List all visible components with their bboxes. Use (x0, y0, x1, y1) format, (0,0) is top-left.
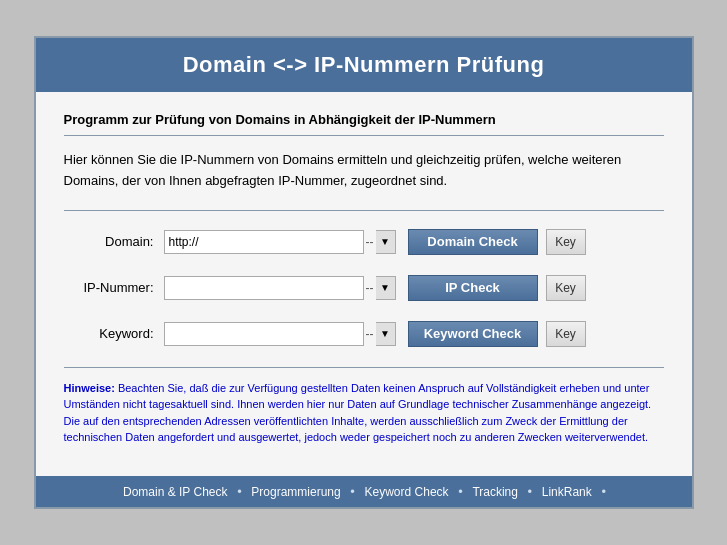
footer-link-linkrank[interactable]: LinkRank (542, 485, 592, 499)
domain-row: Domain: -- ▼ Domain Check Key (74, 229, 654, 255)
content-area: Programm zur Prüfung von Domains in Abhä… (36, 92, 692, 476)
ip-input[interactable] (164, 276, 364, 300)
notice-body: Beachten Sie, daß die zur Verfügung gest… (64, 382, 652, 444)
domain-input[interactable] (164, 230, 364, 254)
footer-sep-5: • (601, 484, 606, 499)
footer-nav: Domain & IP Check • Programmierung • Key… (36, 476, 692, 507)
page-header: Domain <-> IP-Nummern Prüfung (36, 38, 692, 92)
footer-link-tracking[interactable]: Tracking (472, 485, 518, 499)
footer-sep-4: • (528, 484, 533, 499)
domain-dash: -- (366, 235, 374, 249)
keyword-label: Keyword: (74, 326, 164, 341)
page-title: Domain <-> IP-Nummern Prüfung (56, 52, 672, 78)
keyword-dropdown-btn[interactable]: ▼ (376, 322, 396, 346)
keyword-row: Keyword: -- ▼ Keyword Check Key (74, 321, 654, 347)
notice-text: Hinweise: Beachten Sie, daß die zur Verf… (64, 380, 664, 446)
section-title: Programm zur Prüfung von Domains in Abhä… (64, 112, 664, 127)
description-line1: Hier können Sie die IP-Nummern von Domai… (64, 152, 622, 167)
description-line2: Domains, der von Ihnen abgefragten IP-Nu… (64, 173, 448, 188)
divider-2 (64, 210, 664, 211)
keyword-key-button[interactable]: Key (546, 321, 586, 347)
keyword-input-group: -- ▼ (164, 322, 396, 346)
ip-label: IP-Nummer: (74, 280, 164, 295)
footer-link-programmierung[interactable]: Programmierung (251, 485, 340, 499)
keyword-input[interactable] (164, 322, 364, 346)
footer-link-domain-ip[interactable]: Domain & IP Check (123, 485, 228, 499)
footer-link-keyword[interactable]: Keyword Check (365, 485, 449, 499)
main-container: Domain <-> IP-Nummern Prüfung Programm z… (34, 36, 694, 509)
ip-dropdown-btn[interactable]: ▼ (376, 276, 396, 300)
domain-label: Domain: (74, 234, 164, 249)
footer-sep-3: • (458, 484, 463, 499)
domain-check-button[interactable]: Domain Check (408, 229, 538, 255)
ip-key-button[interactable]: Key (546, 275, 586, 301)
keyword-dash: -- (366, 327, 374, 341)
ip-check-button[interactable]: IP Check (408, 275, 538, 301)
domain-input-group: -- ▼ (164, 230, 396, 254)
keyword-check-button[interactable]: Keyword Check (408, 321, 538, 347)
ip-dash: -- (366, 281, 374, 295)
divider-1 (64, 135, 664, 136)
divider-3 (64, 367, 664, 368)
domain-dropdown-btn[interactable]: ▼ (376, 230, 396, 254)
description: Hier können Sie die IP-Nummern von Domai… (64, 150, 664, 192)
footer-sep-2: • (350, 484, 355, 499)
form-section: Domain: -- ▼ Domain Check Key IP-Nummer:… (64, 229, 664, 347)
domain-key-button[interactable]: Key (546, 229, 586, 255)
ip-row: IP-Nummer: -- ▼ IP Check Key (74, 275, 654, 301)
notice-prefix: Hinweise: (64, 382, 115, 394)
ip-input-group: -- ▼ (164, 276, 396, 300)
footer-sep-1: • (237, 484, 242, 499)
